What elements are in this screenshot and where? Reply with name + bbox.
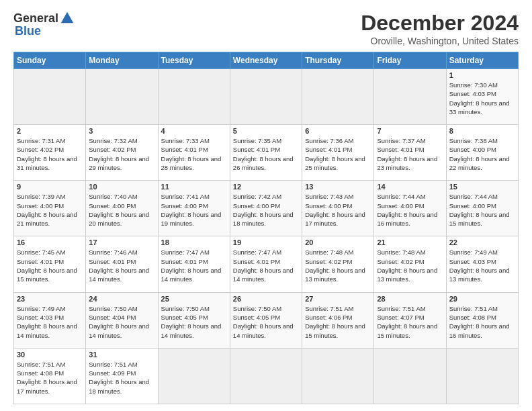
day-number: 4 bbox=[161, 127, 227, 135]
day-number: 29 bbox=[449, 295, 515, 303]
calendar-cell: 23Sunrise: 7:49 AMSunset: 4:03 PMDayligh… bbox=[14, 292, 86, 348]
day-number: 18 bbox=[161, 238, 227, 246]
calendar-cell: 28Sunrise: 7:51 AMSunset: 4:07 PMDayligh… bbox=[374, 292, 446, 348]
header: General Blue December 2024 Oroville, Was… bbox=[13, 11, 519, 46]
day-number: 7 bbox=[377, 127, 443, 135]
calendar-body: 1Sunrise: 7:30 AMSunset: 4:03 PMDaylight… bbox=[14, 69, 519, 404]
logo-icon bbox=[60, 11, 75, 26]
calendar-cell: 11Sunrise: 7:41 AMSunset: 4:00 PMDayligh… bbox=[158, 181, 230, 236]
day-detail: Sunrise: 7:45 AMSunset: 4:01 PMDaylight:… bbox=[17, 248, 83, 283]
day-detail: Sunrise: 7:47 AMSunset: 4:01 PMDaylight:… bbox=[161, 248, 227, 283]
day-detail: Sunrise: 7:48 AMSunset: 4:02 PMDaylight:… bbox=[377, 248, 443, 283]
day-number: 25 bbox=[161, 295, 227, 303]
calendar-cell bbox=[302, 69, 374, 125]
calendar-cell: 31Sunrise: 7:51 AMSunset: 4:09 PMDayligh… bbox=[86, 348, 158, 404]
day-detail: Sunrise: 7:50 AMSunset: 4:04 PMDaylight:… bbox=[89, 304, 154, 340]
day-number: 28 bbox=[377, 295, 443, 303]
calendar-cell: 6Sunrise: 7:36 AMSunset: 4:01 PMDaylight… bbox=[302, 125, 374, 181]
day-detail: Sunrise: 7:49 AMSunset: 4:03 PMDaylight:… bbox=[449, 248, 515, 283]
calendar-cell bbox=[374, 348, 446, 404]
calendar-cell: 26Sunrise: 7:50 AMSunset: 4:05 PMDayligh… bbox=[230, 292, 302, 348]
day-number: 20 bbox=[305, 238, 371, 246]
col-sunday: Sunday bbox=[14, 52, 86, 69]
day-detail: Sunrise: 7:33 AMSunset: 4:01 PMDaylight:… bbox=[161, 136, 227, 172]
calendar-week-row: 16Sunrise: 7:45 AMSunset: 4:01 PMDayligh… bbox=[14, 236, 519, 292]
calendar-table: Sunday Monday Tuesday Wednesday Thursday… bbox=[13, 52, 519, 404]
calendar-cell: 19Sunrise: 7:47 AMSunset: 4:01 PMDayligh… bbox=[230, 236, 302, 292]
day-number: 6 bbox=[305, 127, 371, 135]
logo-general: General bbox=[13, 11, 58, 26]
calendar-cell: 4Sunrise: 7:33 AMSunset: 4:01 PMDaylight… bbox=[158, 125, 230, 181]
logo-blue-text: Blue bbox=[15, 24, 41, 38]
header-row: Sunday Monday Tuesday Wednesday Thursday… bbox=[14, 52, 519, 69]
day-number: 23 bbox=[17, 295, 83, 303]
calendar-week-row: 30Sunrise: 7:51 AMSunset: 4:08 PMDayligh… bbox=[14, 348, 519, 404]
calendar-cell: 22Sunrise: 7:49 AMSunset: 4:03 PMDayligh… bbox=[446, 236, 518, 292]
calendar-cell: 15Sunrise: 7:44 AMSunset: 4:00 PMDayligh… bbox=[446, 181, 518, 236]
day-detail: Sunrise: 7:50 AMSunset: 4:05 PMDaylight:… bbox=[233, 304, 299, 340]
day-number: 22 bbox=[449, 238, 515, 246]
day-detail: Sunrise: 7:47 AMSunset: 4:01 PMDaylight:… bbox=[233, 248, 299, 283]
day-number: 19 bbox=[233, 238, 299, 246]
calendar-cell: 9Sunrise: 7:39 AMSunset: 4:00 PMDaylight… bbox=[14, 181, 86, 236]
day-detail: Sunrise: 7:30 AMSunset: 4:03 PMDaylight:… bbox=[449, 81, 515, 116]
day-number: 17 bbox=[89, 238, 154, 246]
day-number: 12 bbox=[233, 183, 299, 191]
calendar-cell: 12Sunrise: 7:42 AMSunset: 4:00 PMDayligh… bbox=[230, 181, 302, 236]
day-detail: Sunrise: 7:51 AMSunset: 4:07 PMDaylight:… bbox=[377, 304, 443, 340]
day-number: 11 bbox=[161, 183, 227, 191]
day-number: 27 bbox=[305, 295, 371, 303]
day-number: 13 bbox=[305, 183, 371, 191]
day-number: 21 bbox=[377, 238, 443, 246]
day-detail: Sunrise: 7:40 AMSunset: 4:00 PMDaylight:… bbox=[89, 192, 154, 228]
day-detail: Sunrise: 7:51 AMSunset: 4:08 PMDaylight:… bbox=[17, 360, 83, 396]
col-tuesday: Tuesday bbox=[158, 52, 230, 69]
day-number: 14 bbox=[377, 183, 443, 191]
calendar-cell bbox=[230, 69, 302, 125]
day-detail: Sunrise: 7:35 AMSunset: 4:01 PMDaylight:… bbox=[233, 136, 299, 172]
day-detail: Sunrise: 7:39 AMSunset: 4:00 PMDaylight:… bbox=[17, 192, 83, 228]
day-detail: Sunrise: 7:51 AMSunset: 4:08 PMDaylight:… bbox=[449, 304, 515, 340]
svg-marker-0 bbox=[61, 12, 73, 24]
day-number: 9 bbox=[17, 183, 83, 191]
day-detail: Sunrise: 7:46 AMSunset: 4:01 PMDaylight:… bbox=[89, 248, 154, 283]
calendar-week-row: 23Sunrise: 7:49 AMSunset: 4:03 PMDayligh… bbox=[14, 292, 519, 348]
calendar-cell bbox=[230, 348, 302, 404]
calendar-cell: 20Sunrise: 7:48 AMSunset: 4:02 PMDayligh… bbox=[302, 236, 374, 292]
calendar-cell: 16Sunrise: 7:45 AMSunset: 4:01 PMDayligh… bbox=[14, 236, 86, 292]
calendar-cell: 24Sunrise: 7:50 AMSunset: 4:04 PMDayligh… bbox=[86, 292, 158, 348]
calendar-cell: 17Sunrise: 7:46 AMSunset: 4:01 PMDayligh… bbox=[86, 236, 158, 292]
calendar-cell: 21Sunrise: 7:48 AMSunset: 4:02 PMDayligh… bbox=[374, 236, 446, 292]
calendar-cell: 5Sunrise: 7:35 AMSunset: 4:01 PMDaylight… bbox=[230, 125, 302, 181]
calendar-cell bbox=[86, 69, 158, 125]
day-detail: Sunrise: 7:49 AMSunset: 4:03 PMDaylight:… bbox=[17, 304, 83, 340]
day-number: 30 bbox=[17, 351, 83, 359]
col-friday: Friday bbox=[374, 52, 446, 69]
day-detail: Sunrise: 7:38 AMSunset: 4:00 PMDaylight:… bbox=[449, 136, 515, 172]
calendar-cell bbox=[14, 69, 86, 125]
day-number: 31 bbox=[89, 351, 154, 359]
calendar-cell: 14Sunrise: 7:44 AMSunset: 4:00 PMDayligh… bbox=[374, 181, 446, 236]
day-number: 26 bbox=[233, 295, 299, 303]
day-detail: Sunrise: 7:51 AMSunset: 4:09 PMDaylight:… bbox=[89, 360, 154, 396]
calendar-cell bbox=[158, 69, 230, 125]
calendar-week-row: 2Sunrise: 7:31 AMSunset: 4:02 PMDaylight… bbox=[14, 125, 519, 181]
title-area: December 2024 Oroville, Washington, Unit… bbox=[361, 11, 519, 46]
calendar-cell: 3Sunrise: 7:32 AMSunset: 4:02 PMDaylight… bbox=[86, 125, 158, 181]
day-detail: Sunrise: 7:44 AMSunset: 4:00 PMDaylight:… bbox=[377, 192, 443, 228]
calendar-cell bbox=[374, 69, 446, 125]
col-saturday: Saturday bbox=[446, 52, 518, 69]
day-detail: Sunrise: 7:44 AMSunset: 4:00 PMDaylight:… bbox=[449, 192, 515, 228]
day-number: 1 bbox=[449, 71, 515, 79]
logo-text: General bbox=[13, 11, 75, 26]
day-number: 8 bbox=[449, 127, 515, 135]
calendar-week-row: 1Sunrise: 7:30 AMSunset: 4:03 PMDaylight… bbox=[14, 69, 519, 125]
day-detail: Sunrise: 7:50 AMSunset: 4:05 PMDaylight:… bbox=[161, 304, 227, 340]
location: Oroville, Washington, United States bbox=[361, 36, 519, 46]
day-number: 10 bbox=[89, 183, 154, 191]
day-detail: Sunrise: 7:51 AMSunset: 4:06 PMDaylight:… bbox=[305, 304, 371, 340]
calendar-cell: 29Sunrise: 7:51 AMSunset: 4:08 PMDayligh… bbox=[446, 292, 518, 348]
calendar-week-row: 9Sunrise: 7:39 AMSunset: 4:00 PMDaylight… bbox=[14, 181, 519, 236]
calendar-cell bbox=[158, 348, 230, 404]
day-detail: Sunrise: 7:43 AMSunset: 4:00 PMDaylight:… bbox=[305, 192, 371, 228]
